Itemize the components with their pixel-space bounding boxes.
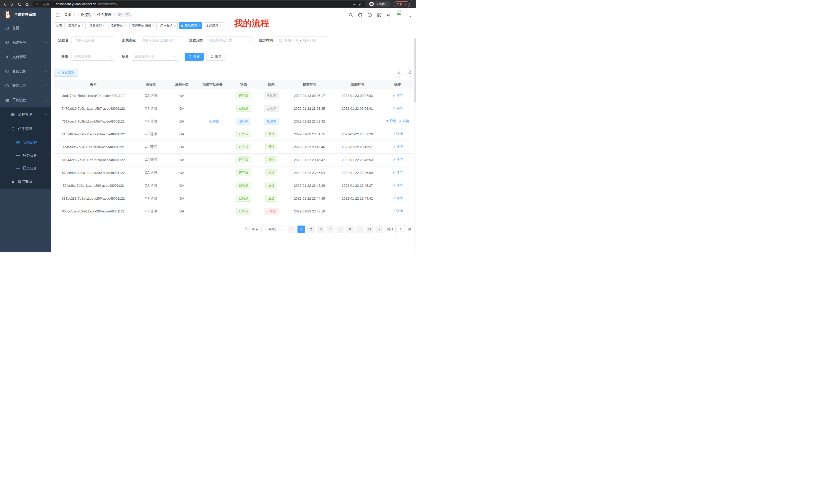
sidebar-item-my-process[interactable]: 我的流程: [0, 136, 51, 149]
tab-process-model[interactable]: 流程模型×: [87, 22, 107, 29]
prev-page-button[interactable]: [288, 226, 295, 233]
submit-time-range-picker[interactable]: 开始日期 - 结束日期: [276, 36, 329, 44]
detail-link[interactable]: 详情: [392, 106, 402, 110]
github-icon[interactable]: [358, 12, 363, 17]
chevron-up-icon: [45, 128, 48, 131]
detail-link[interactable]: 详情: [392, 132, 402, 136]
create-process-button[interactable]: 发起流程: [54, 69, 78, 77]
show-search-toggle-button[interactable]: [396, 69, 403, 77]
sidebar-item-todo-tasks[interactable]: 待办任务: [0, 149, 51, 162]
cell-process-name: OA 请假: [133, 141, 169, 153]
chevron-down-icon: [173, 55, 176, 58]
search-icon[interactable]: [348, 12, 353, 17]
sidebar-item-process-mgmt[interactable]: 流程管理: [0, 107, 51, 122]
sidebar-item-system[interactable]: 系统管理: [0, 35, 51, 50]
detail-link[interactable]: 详情: [392, 196, 402, 200]
breadcrumb-item[interactable]: 任务管理: [97, 12, 111, 17]
cell-end-time: 2022-01-22 23:46:09: [333, 166, 382, 179]
sidebar-fold-icon[interactable]: [55, 12, 60, 18]
breadcrumb-item[interactable]: 首页: [64, 12, 72, 17]
app-logo[interactable]: 芋道管理系统: [0, 8, 51, 21]
tree-icon: [11, 127, 15, 131]
page-button-5[interactable]: 5: [337, 226, 344, 233]
fullscreen-icon[interactable]: [377, 12, 382, 17]
sidebar-item-payment[interactable]: 支付管理: [0, 50, 51, 64]
status-select[interactable]: 请选择状态: [71, 53, 115, 61]
scrollbar-thumb[interactable]: [414, 38, 416, 103]
page-content: 流程名 所属流程 流程分类 请选择流程分类 提交时间: [51, 30, 416, 252]
goto-page-input[interactable]: [395, 226, 406, 233]
sidebar-item-leave-query[interactable]: 请假查询: [0, 175, 51, 189]
detail-link[interactable]: 详情: [392, 145, 402, 149]
home-icon[interactable]: [25, 2, 29, 6]
close-icon[interactable]: ×: [103, 24, 104, 27]
search-icon: [188, 55, 192, 58]
not-secure-icon[interactable]: [35, 3, 39, 6]
tab-user-group[interactable]: 用户分组×: [158, 22, 178, 29]
close-icon[interactable]: ×: [174, 24, 175, 27]
ellipsis-icon: [358, 228, 362, 231]
sidebar-item-task-mgmt[interactable]: 任务管理: [0, 122, 51, 136]
page-button-2[interactable]: 2: [307, 226, 315, 233]
back-icon[interactable]: [3, 2, 7, 6]
close-icon[interactable]: ×: [124, 24, 126, 27]
tab-process-form-edit[interactable]: 流程表单-编辑×: [129, 22, 156, 29]
detail-link[interactable]: 详情: [392, 183, 402, 188]
breadcrumb-item[interactable]: 工作流程: [77, 12, 92, 17]
refresh-table-button[interactable]: [406, 69, 413, 77]
sidebar-item-home[interactable]: 首页: [0, 21, 51, 35]
page-button-3[interactable]: 3: [317, 226, 324, 233]
address-bar[interactable]: 不安全 dashboard.yudao.iocoder.cn/bpm/task/…: [32, 1, 365, 7]
page-button-6[interactable]: 6: [346, 226, 354, 233]
tab-process-def[interactable]: 流程定义×: [66, 22, 86, 29]
sidebar-item-devtools[interactable]: 研发工具: [0, 79, 51, 93]
detail-link[interactable]: 详情: [392, 93, 402, 97]
font-size-icon[interactable]: [386, 12, 391, 17]
result-select[interactable]: 请选择流结果: [132, 53, 179, 61]
password-key-icon[interactable]: [353, 2, 357, 6]
tab-start-process[interactable]: 发起流程×: [204, 22, 224, 29]
parent-process-input[interactable]: [138, 36, 182, 44]
close-icon[interactable]: ×: [82, 24, 83, 27]
close-icon[interactable]: ×: [198, 24, 200, 27]
close-icon[interactable]: ×: [219, 24, 221, 27]
browser-menu-icon[interactable]: [404, 3, 407, 6]
cell-category: OA: [169, 128, 195, 141]
page-size-select[interactable]: 10条/页: [261, 226, 285, 233]
page-button-1[interactable]: 1: [297, 226, 305, 233]
current-task-link[interactable]: 一级审批: [206, 119, 219, 123]
page-button-11[interactable]: 11: [366, 226, 373, 233]
category-select[interactable]: 请选择流程分类: [206, 36, 253, 44]
bookmark-star-icon[interactable]: [358, 2, 362, 6]
tab-home[interactable]: 首页: [54, 22, 64, 29]
close-icon[interactable]: ×: [153, 24, 154, 27]
avatar-caret-icon[interactable]: [409, 15, 412, 18]
forward-icon[interactable]: [10, 2, 15, 6]
cell-end-time: 2022-01-22 23:46:53: [333, 153, 382, 166]
tab-my-process[interactable]: 我的流程×: [179, 22, 202, 29]
detail-link[interactable]: 详情: [399, 119, 409, 123]
detail-link[interactable]: 详情: [392, 170, 402, 175]
reload-icon[interactable]: [18, 2, 22, 6]
column-header: 结束时间: [333, 80, 382, 89]
process-name-input[interactable]: [72, 36, 115, 44]
search-button[interactable]: 搜索: [185, 53, 204, 61]
cell-operations: 详情: [382, 192, 413, 205]
detail-link[interactable]: 详情: [392, 158, 402, 162]
sidebar-item-infra[interactable]: 基础设施: [0, 64, 51, 79]
cancel-link[interactable]: 取消: [386, 119, 396, 123]
next-page-button[interactable]: [375, 226, 383, 233]
browser-update-button[interactable]: 更新: [394, 1, 410, 7]
sidebar-item-label: 支付管理: [12, 55, 26, 59]
sidebar-item-workflow[interactable]: 工作流程: [0, 93, 51, 107]
cell-result: 通过: [257, 141, 286, 153]
detail-link[interactable]: 详情: [392, 209, 402, 213]
user-avatar[interactable]: [396, 10, 404, 20]
page-button-4[interactable]: 4: [327, 226, 334, 233]
tab-process-form[interactable]: 流程表单×: [108, 22, 128, 29]
help-icon[interactable]: [367, 12, 372, 17]
page-scrollbar[interactable]: [414, 38, 416, 252]
more-pages-button[interactable]: [356, 226, 364, 233]
sidebar-item-done-tasks[interactable]: 已办任务: [0, 162, 51, 175]
reset-button[interactable]: 重置: [206, 53, 226, 61]
